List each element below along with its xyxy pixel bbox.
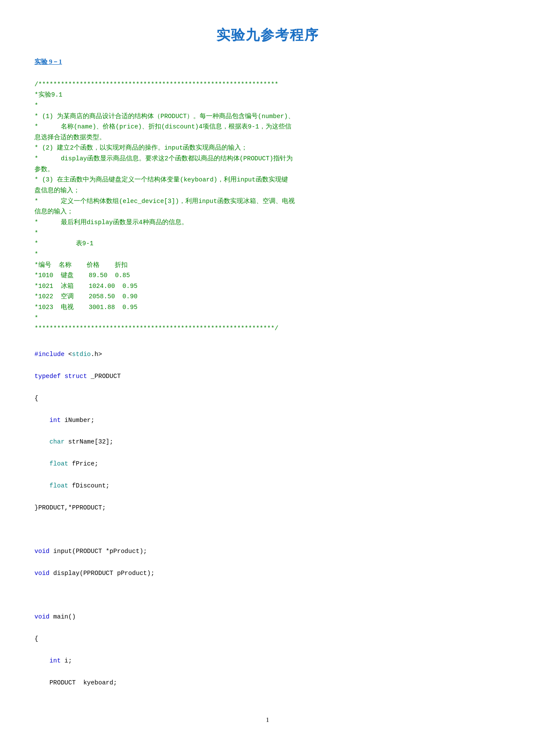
page-number: 1 <box>34 716 501 724</box>
code-block: #include <stdio.h> typedef struct _PRODU… <box>34 338 501 699</box>
page-title: 实验九参考程序 <box>34 26 501 45</box>
comment-block: /***************************************… <box>34 69 501 334</box>
section-label: 实验 9－1 <box>34 58 501 66</box>
